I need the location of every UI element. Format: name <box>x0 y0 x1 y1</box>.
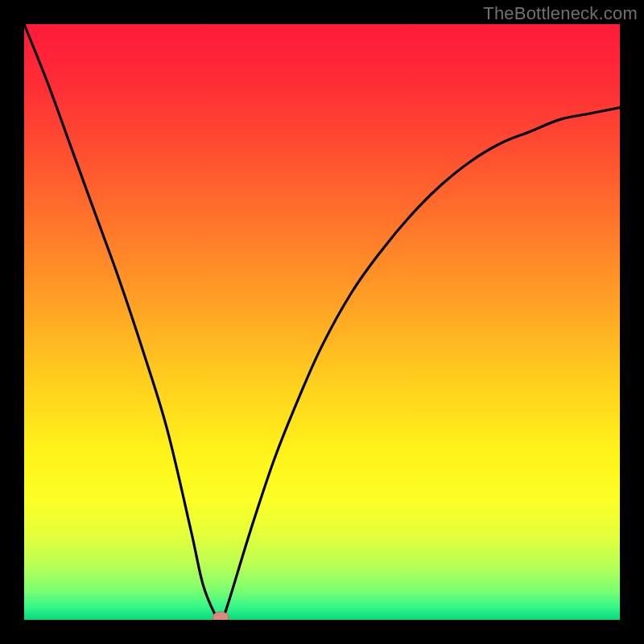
chart-frame: TheBottleneck.com <box>0 0 644 644</box>
gradient-background <box>24 24 620 620</box>
plot-area <box>24 24 620 620</box>
watermark-text: TheBottleneck.com <box>483 3 638 24</box>
chart-svg <box>24 24 620 620</box>
optimum-marker <box>213 612 229 620</box>
